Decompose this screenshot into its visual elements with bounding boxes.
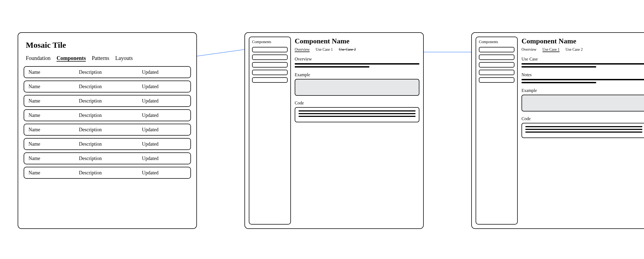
- cell-description: Description: [79, 69, 142, 75]
- cell-name: Name: [29, 69, 79, 75]
- table-row[interactable]: Name Description Updated: [24, 124, 191, 136]
- tab-patterns[interactable]: Patterns: [92, 55, 109, 61]
- tab-foundation[interactable]: Foundation: [26, 55, 51, 61]
- cell-description: Description: [79, 156, 142, 161]
- subtab-overview[interactable]: Overview: [522, 47, 536, 52]
- tab-components[interactable]: Components: [56, 55, 86, 61]
- cell-updated: Updated: [142, 156, 186, 161]
- index-tabs: Foundation Components Patterns Layouts: [26, 55, 191, 61]
- sidebar-item[interactable]: [479, 55, 514, 60]
- cell-updated: Updated: [142, 141, 186, 147]
- subtab-usecase1[interactable]: Use Case 1: [542, 47, 560, 52]
- cell-name: Name: [29, 127, 79, 133]
- detail-tabs: Overview Use Case 1 Use Case 2: [295, 47, 419, 52]
- code-block: [295, 107, 419, 122]
- table-row[interactable]: Name Description Updated: [24, 66, 191, 78]
- frame-index: Mosaic Tile Foundation Components Patter…: [18, 32, 197, 229]
- sidebar-item[interactable]: [252, 55, 288, 60]
- app-title: Mosaic Tile: [26, 40, 191, 50]
- table-row[interactable]: Name Description Updated: [24, 81, 191, 92]
- sidebar-item[interactable]: [252, 70, 288, 75]
- table-row[interactable]: Name Description Updated: [24, 95, 191, 107]
- subtab-usecase2[interactable]: Use Case 2: [339, 47, 356, 52]
- page-title: Component Name: [295, 37, 419, 45]
- cell-name: Name: [29, 98, 79, 104]
- section-usecase-heading: Use Case: [522, 57, 644, 62]
- cell-updated: Updated: [142, 69, 186, 75]
- sidebar-item[interactable]: [252, 77, 288, 83]
- subtab-overview[interactable]: Overview: [295, 47, 310, 52]
- section-example-heading: Example: [295, 72, 419, 77]
- frame-usecase: Components Component Name Overview Use C…: [471, 32, 644, 229]
- cell-description: Description: [79, 98, 142, 104]
- cell-name: Name: [29, 113, 79, 118]
- cell-updated: Updated: [142, 113, 186, 118]
- table-row[interactable]: Name Description Updated: [24, 138, 191, 150]
- cell-description: Description: [79, 170, 142, 176]
- cell-updated: Updated: [142, 84, 186, 89]
- sidebar-item[interactable]: [479, 77, 514, 83]
- sidebar: Components: [249, 37, 291, 225]
- cell-updated: Updated: [142, 127, 186, 133]
- cell-name: Name: [29, 84, 79, 89]
- cell-updated: Updated: [142, 170, 186, 176]
- cell-description: Description: [79, 84, 142, 89]
- example-preview: [295, 79, 419, 96]
- sidebar-item[interactable]: [479, 70, 514, 75]
- code-block: [522, 123, 644, 138]
- cell-description: Description: [79, 141, 142, 147]
- sidebar-title: Components: [252, 40, 288, 44]
- table-row[interactable]: Name Description Updated: [24, 152, 191, 164]
- table-row[interactable]: Name Description Updated: [24, 109, 191, 121]
- component-list: Name Description Updated Name Descriptio…: [24, 66, 191, 179]
- example-preview: [522, 95, 644, 111]
- cell-description: Description: [79, 127, 142, 133]
- table-row[interactable]: Name Description Updated: [24, 167, 191, 179]
- section-code-heading: Code: [522, 116, 644, 121]
- overview-text: [295, 63, 419, 68]
- main-content: Component Name Overview Use Case 1 Use C…: [522, 37, 644, 225]
- main-content: Component Name Overview Use Case 1 Use C…: [295, 37, 419, 225]
- section-overview-heading: Overview: [295, 57, 419, 62]
- sidebar-item[interactable]: [479, 62, 514, 68]
- section-example-heading: Example: [522, 88, 644, 93]
- subtab-usecase2[interactable]: Use Case 2: [566, 47, 583, 52]
- cell-name: Name: [29, 170, 79, 176]
- section-code-heading: Code: [295, 101, 419, 105]
- subtab-usecase1[interactable]: Use Case 1: [316, 47, 333, 52]
- sidebar-item[interactable]: [479, 47, 514, 52]
- cell-description: Description: [79, 113, 142, 118]
- cell-updated: Updated: [142, 98, 186, 104]
- frame-overview: Components Component Name Overview Use C…: [244, 32, 424, 229]
- tab-layouts[interactable]: Layouts: [115, 55, 133, 61]
- page-title: Component Name: [522, 37, 644, 45]
- detail-tabs: Overview Use Case 1 Use Case 2: [522, 47, 644, 52]
- notes-text: [522, 79, 644, 83]
- cell-name: Name: [29, 156, 79, 161]
- sidebar-item[interactable]: [252, 62, 288, 68]
- section-notes-heading: Notes: [522, 72, 644, 77]
- sidebar: Components: [476, 37, 518, 225]
- cell-name: Name: [29, 141, 79, 147]
- sidebar-item[interactable]: [252, 47, 288, 52]
- usecase-text: [522, 63, 644, 68]
- sidebar-title: Components: [479, 40, 514, 44]
